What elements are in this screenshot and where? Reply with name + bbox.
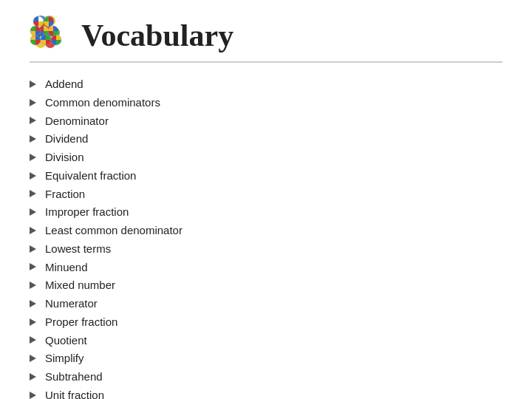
bullet-icon (30, 245, 36, 253)
list-item: Denominator (30, 113, 183, 129)
vocab-term: Common denominators (45, 95, 160, 111)
vocab-term: Division (45, 149, 84, 166)
vocab-term: Equivalent fraction (45, 168, 136, 184)
list-item: Proper fraction (30, 314, 183, 330)
list-item: Simplify (30, 350, 183, 366)
vocab-term: Improper fraction (45, 204, 129, 220)
bullet-icon (30, 227, 36, 234)
page-title: Vocabulary (81, 18, 233, 53)
list-item: Fraction (30, 186, 183, 202)
bullet-icon (30, 263, 36, 270)
vocab-term: Unit fraction (45, 387, 104, 399)
bullet-icon (30, 373, 36, 381)
bullet-icon (30, 318, 36, 326)
page: Vocabulary AddendCommon denominatorsDeno… (0, 0, 532, 399)
bullet-icon (30, 336, 36, 344)
bullet-icon (30, 135, 36, 143)
vocab-term: Addend (45, 76, 83, 92)
list-item: Quotient (30, 332, 183, 349)
list-item: Improper fraction (30, 204, 183, 220)
logo-icon (30, 15, 74, 55)
content-area: AddendCommon denominatorsDenominatorDivi… (30, 76, 502, 399)
vocab-term: Dividend (45, 131, 88, 147)
list-item: Mixed number (30, 277, 183, 293)
bullet-icon (30, 190, 36, 197)
list-item: Lowest terms (30, 241, 183, 257)
vocab-term: Proper fraction (45, 314, 117, 330)
vocab-term: Least common denominator (45, 222, 183, 239)
vocabulary-list: AddendCommon denominatorsDenominatorDivi… (30, 76, 183, 399)
vocab-term: Quotient (45, 332, 87, 349)
bullet-icon (30, 282, 36, 289)
vocab-term: Denominator (45, 113, 109, 129)
bullet-icon (30, 392, 36, 399)
bullet-icon (30, 81, 36, 88)
list-item: Dividend (30, 131, 183, 147)
list-item: Common denominators (30, 95, 183, 111)
vocab-term: Fraction (45, 186, 85, 202)
vocab-term: Simplify (45, 350, 84, 366)
vocab-term: Minuend (45, 259, 88, 276)
bullet-icon (30, 99, 36, 106)
bullet-icon (30, 117, 36, 124)
header: Vocabulary (30, 15, 502, 63)
vocab-term: Lowest terms (45, 241, 111, 257)
vocab-term: Numerator (45, 296, 98, 312)
list-item: Unit fraction (30, 387, 183, 399)
bullet-icon (30, 355, 36, 362)
list-item: Subtrahend (30, 369, 183, 385)
bullet-icon (30, 154, 36, 161)
list-item: Numerator (30, 296, 183, 312)
list-item: Division (30, 149, 183, 166)
bullet-icon (30, 300, 36, 307)
list-item: Addend (30, 76, 183, 92)
bullet-icon (30, 172, 36, 180)
list-item: Equivalent fraction (30, 168, 183, 184)
vocab-term: Mixed number (45, 277, 115, 293)
list-item: Minuend (30, 259, 183, 276)
vocab-term: Subtrahend (45, 369, 103, 385)
list-item: Least common denominator (30, 222, 183, 239)
bullet-icon (30, 208, 36, 216)
